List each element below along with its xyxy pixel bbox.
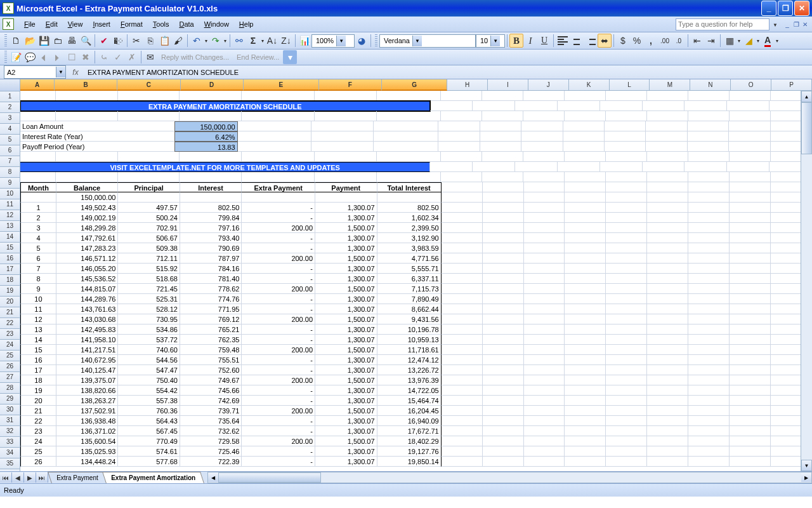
cell[interactable]	[20, 111, 56, 121]
row-header[interactable]: 25	[0, 351, 20, 361]
col-header-C[interactable]: C	[117, 79, 180, 91]
zoom-combo[interactable]: 100%▼	[311, 34, 355, 48]
cell[interactable]	[606, 335, 647, 345]
cell[interactable]	[730, 91, 771, 101]
data-cell[interactable]: 24	[20, 436, 56, 446]
cell[interactable]	[565, 416, 606, 426]
cell[interactable]	[483, 203, 524, 213]
data-cell[interactable]: 1,300.07	[315, 426, 377, 436]
cell[interactable]	[563, 131, 605, 142]
cell[interactable]	[442, 416, 483, 426]
row-header[interactable]: 21	[0, 307, 20, 318]
cell[interactable]	[647, 284, 688, 294]
data-cell[interactable]: 564.43	[118, 416, 180, 426]
cell[interactable]	[647, 253, 688, 264]
row-header[interactable]: 4	[0, 124, 20, 135]
name-box[interactable]: A2 ▼	[4, 65, 66, 79]
cell[interactable]	[565, 426, 606, 436]
cell[interactable]	[438, 142, 480, 152]
data-cell[interactable]: 497.57	[118, 203, 180, 213]
cell[interactable]	[647, 243, 688, 253]
cell[interactable]	[483, 426, 524, 436]
data-cell[interactable]: 784.16	[180, 264, 242, 274]
cell[interactable]	[606, 192, 647, 203]
data-cell[interactable]: 16,204.45	[377, 406, 442, 416]
cell[interactable]	[524, 436, 565, 446]
cell[interactable]	[442, 324, 483, 335]
cell[interactable]	[442, 446, 483, 457]
input-cell[interactable]: 150,000.00	[174, 121, 237, 131]
data-cell[interactable]: 135,600.54	[56, 436, 119, 446]
cell[interactable]	[688, 223, 730, 233]
cell[interactable]	[118, 172, 180, 182]
row-header[interactable]: 27	[0, 372, 20, 383]
data-cell[interactable]: -	[242, 264, 315, 274]
scroll-right-icon[interactable]: ▶	[801, 473, 811, 482]
cell[interactable]	[605, 131, 646, 142]
cell[interactable]	[688, 172, 730, 182]
cell[interactable]	[483, 284, 524, 294]
data-cell[interactable]: -	[242, 426, 315, 436]
cell[interactable]	[646, 121, 687, 131]
data-cell[interactable]: 577.68	[118, 457, 180, 467]
data-cell[interactable]: 1,500.07	[315, 314, 377, 324]
chevron-down-icon[interactable]: ▾	[204, 38, 209, 44]
row-header[interactable]: 19	[0, 286, 20, 297]
cell[interactable]	[180, 172, 242, 182]
cell[interactable]	[311, 121, 374, 131]
cell[interactable]	[483, 213, 524, 223]
cell[interactable]	[238, 131, 312, 142]
data-cell[interactable]: 778.62	[180, 284, 242, 294]
col-header-E[interactable]: E	[244, 79, 319, 91]
cell[interactable]	[565, 264, 606, 274]
cut-icon[interactable]: ✂	[129, 34, 143, 48]
data-cell[interactable]: 1,300.07	[315, 203, 377, 213]
toolbar-grip[interactable]	[4, 51, 7, 64]
cell[interactable]	[56, 152, 118, 162]
currency-button[interactable]: $	[616, 34, 630, 48]
row-header[interactable]: 33	[0, 437, 20, 448]
cell[interactable]	[483, 182, 524, 192]
cell[interactable]	[315, 172, 377, 182]
cell[interactable]	[565, 233, 606, 243]
cell[interactable]	[730, 223, 771, 233]
cell[interactable]	[647, 91, 688, 101]
cell[interactable]	[688, 396, 730, 406]
data-cell[interactable]: 143,761.63	[56, 304, 119, 314]
cell[interactable]	[565, 446, 606, 457]
cell[interactable]	[647, 274, 688, 284]
cell[interactable]	[524, 182, 565, 192]
data-cell[interactable]: 1,300.07	[315, 213, 377, 223]
cell[interactable]	[646, 131, 687, 142]
cell[interactable]	[688, 264, 730, 274]
data-cell[interactable]: 19,850.14	[377, 457, 442, 467]
data-cell[interactable]: 15,464.74	[377, 396, 442, 406]
cell[interactable]	[647, 355, 688, 365]
tab-first-icon[interactable]: ⏮	[0, 472, 12, 483]
data-cell[interactable]: 774.76	[180, 294, 242, 304]
data-cell[interactable]: 146,571.12	[56, 253, 119, 264]
row-header[interactable]: 1	[0, 91, 20, 102]
cell[interactable]	[688, 213, 730, 223]
cell[interactable]	[684, 162, 727, 172]
cell[interactable]	[483, 324, 524, 335]
cell[interactable]	[523, 172, 565, 182]
col-header-F[interactable]: F	[319, 79, 382, 91]
cell[interactable]	[524, 203, 565, 213]
data-cell[interactable]: 13,226.72	[377, 365, 442, 375]
data-cell[interactable]: 1,500.07	[315, 284, 377, 294]
cell[interactable]	[238, 121, 312, 131]
cell[interactable]	[374, 121, 438, 131]
data-cell[interactable]: 722.39	[180, 457, 242, 467]
cell[interactable]	[483, 192, 524, 203]
cell[interactable]	[442, 233, 483, 243]
cell[interactable]	[180, 111, 242, 121]
cell[interactable]	[729, 131, 770, 142]
data-cell[interactable]: 14	[20, 335, 56, 345]
cell[interactable]	[515, 101, 558, 111]
cell[interactable]	[688, 121, 729, 131]
cell[interactable]	[606, 396, 647, 406]
autosum-icon[interactable]: Σ	[246, 34, 260, 48]
data-cell[interactable]: 136,371.02	[56, 426, 119, 436]
cell[interactable]	[730, 284, 771, 294]
